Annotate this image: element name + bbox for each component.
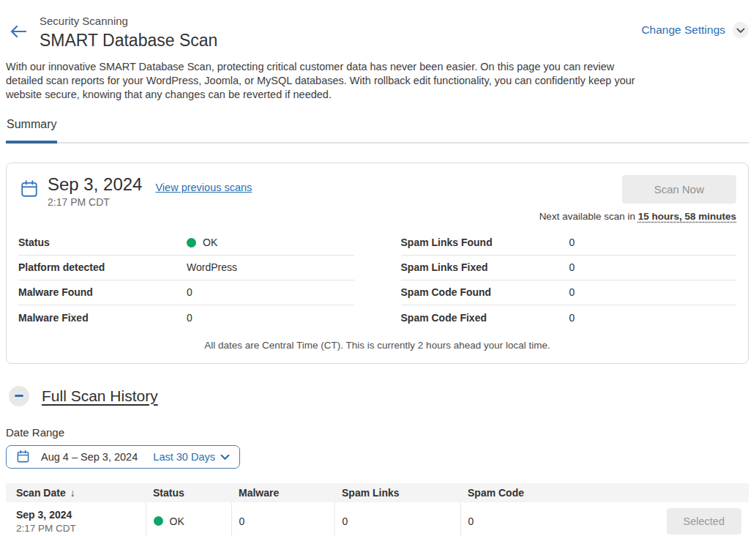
stat-label: Malware Found <box>18 286 187 298</box>
page-title: SMART Database Scan <box>40 31 217 50</box>
row-spam-code-value: 0 <box>468 515 474 527</box>
stat-row-malware-found: Malware Found 0 <box>18 280 354 305</box>
summary-card-header: Sep 3, 2024 2:17 PM CDT View previous sc… <box>18 175 736 222</box>
summary-card: Sep 3, 2024 2:17 PM CDT View previous sc… <box>6 163 749 364</box>
stat-value: 0 <box>569 286 575 298</box>
stat-label: Spam Links Found <box>401 237 569 248</box>
column-header-spam-links: Spam Links <box>334 483 460 502</box>
column-header-malware: Malware <box>231 483 334 502</box>
table-header-row: Scan Date↓ Status Malware Spam Links Spa… <box>6 483 749 502</box>
tab-summary[interactable]: Summary <box>6 118 57 144</box>
stat-row-status: Status OK <box>18 231 354 256</box>
history-section-header: Full Scan History <box>9 386 749 406</box>
stat-row-platform: Platform detected WordPress <box>18 256 354 280</box>
last-scan-date-block: Sep 3, 2024 2:17 PM CDT <box>48 175 142 208</box>
stat-value: WordPress <box>187 261 237 273</box>
stat-row-spam-links-found: Spam Links Found 0 <box>401 231 737 256</box>
stat-row-spam-links-fixed: Spam Links Fixed 0 <box>401 256 737 280</box>
stat-row-spam-code-found: Spam Code Found 0 <box>401 280 737 305</box>
date-range-preset-dropdown[interactable]: Last 30 Days <box>153 451 230 463</box>
stat-row-malware-fixed: Malware Fixed 0 <box>18 305 354 330</box>
chevron-down-icon <box>220 451 230 463</box>
scan-history-table: Scan Date↓ Status Malware Spam Links Spa… <box>6 483 749 536</box>
tab-bar: Summary <box>6 118 749 144</box>
header-actions: Change Settings <box>641 22 749 38</box>
date-range-label: Date Range <box>6 426 749 439</box>
page-description: With our innovative SMART Database Scan,… <box>6 60 645 102</box>
back-button[interactable] <box>10 25 26 38</box>
status-ok-dot <box>187 238 196 247</box>
stat-label: Status <box>18 237 187 248</box>
stat-label: Malware Fixed <box>18 312 187 324</box>
stat-value: 0 <box>187 312 192 324</box>
cell-spam-code: 0 Selected <box>460 502 749 536</box>
scan-now-button[interactable]: Scan Now <box>622 175 736 204</box>
view-previous-scans-link[interactable]: View previous scans <box>155 182 252 193</box>
scan-stats: Status OK Platform detected WordPress Ma… <box>18 231 736 330</box>
preset-label: Last 30 Days <box>153 451 215 463</box>
last-scan-date: Sep 3, 2024 <box>48 175 142 194</box>
column-label: Scan Date <box>16 487 66 499</box>
calendar-icon <box>16 450 30 464</box>
stat-label: Spam Code Found <box>401 286 569 298</box>
calendar-icon <box>20 179 39 198</box>
next-scan-note: Next available scan in 15 hours, 58 minu… <box>539 211 736 222</box>
chevron-down-icon <box>736 25 745 36</box>
stat-label: Spam Code Fixed <box>401 312 569 324</box>
row-scan-time: 2:17 PM CDT <box>16 523 138 534</box>
change-settings-link[interactable]: Change Settings <box>641 23 725 37</box>
cell-malware: 0 <box>231 502 334 536</box>
date-range-picker[interactable]: Aug 4 – Sep 3, 2024 Last 30 Days <box>6 445 240 469</box>
stat-value: 0 <box>569 312 575 324</box>
stats-left-column: Status OK Platform detected WordPress Ma… <box>18 231 354 330</box>
status-ok-dot <box>154 516 163 526</box>
row-status-text: OK <box>170 515 184 527</box>
stat-label: Platform detected <box>18 261 187 273</box>
table-row: Sep 3, 2024 2:17 PM CDT OK 0 0 0 Selecte… <box>6 502 749 536</box>
security-scan-page: Security Scanning SMART Database Scan Ch… <box>0 0 756 536</box>
column-header-scan-date[interactable]: Scan Date↓ <box>6 483 146 502</box>
stat-label: Spam Links Fixed <box>401 261 569 273</box>
collapse-section-button[interactable] <box>9 386 29 406</box>
title-block: Security Scanning SMART Database Scan <box>40 15 217 51</box>
cell-scan-date: Sep 3, 2024 2:17 PM CDT <box>6 502 146 536</box>
cell-spam-links: 0 <box>334 502 460 536</box>
page-header: Security Scanning SMART Database Scan Ch… <box>6 15 749 51</box>
row-scan-date: Sep 3, 2024 <box>16 509 138 521</box>
next-scan-prefix: Next available scan in <box>539 211 638 222</box>
arrow-left-icon <box>10 29 26 40</box>
stat-value: 0 <box>569 237 575 248</box>
next-scan-countdown[interactable]: 15 hours, 58 minutes <box>638 211 736 222</box>
minus-icon <box>15 395 23 397</box>
history-section-title[interactable]: Full Scan History <box>42 387 158 405</box>
selected-row-button[interactable]: Selected <box>667 508 741 535</box>
stat-value: 0 <box>569 261 575 273</box>
sort-desc-icon: ↓ <box>70 487 75 499</box>
stats-right-column: Spam Links Found 0 Spam Links Fixed 0 Sp… <box>401 231 737 330</box>
breadcrumb: Security Scanning <box>40 15 217 27</box>
column-header-spam-code: Spam Code <box>460 483 749 502</box>
stat-value: OK <box>187 237 217 248</box>
last-scan-time: 2:17 PM CDT <box>48 196 142 208</box>
stat-row-spam-code-fixed: Spam Code Fixed 0 <box>401 305 737 330</box>
timezone-note: All dates are Central Time (CT). This is… <box>18 340 736 351</box>
stat-value: 0 <box>187 286 192 298</box>
date-range-value: Aug 4 – Sep 3, 2024 <box>41 451 138 463</box>
column-header-status: Status <box>146 483 231 502</box>
status-text: OK <box>203 237 217 248</box>
cell-status: OK <box>146 502 231 536</box>
scan-actions: Scan Now Next available scan in 15 hours… <box>539 175 736 222</box>
settings-dropdown-button[interactable] <box>733 22 749 38</box>
